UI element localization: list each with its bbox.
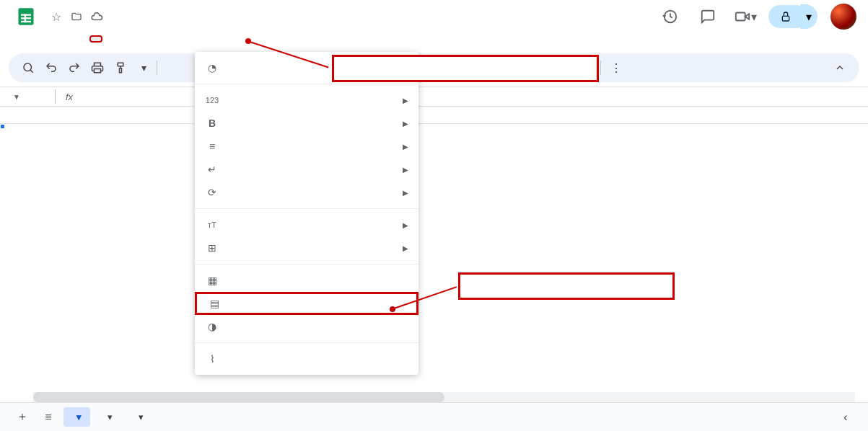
horizontal-scrollbar[interactable] <box>33 392 855 402</box>
wrap-icon: ↵ <box>205 164 219 175</box>
zoom-selector[interactable]: ▾ <box>133 62 152 74</box>
undo-icon[interactable] <box>40 57 62 79</box>
chevron-right-icon: ▶ <box>403 166 408 174</box>
dd-merge[interactable]: ⊞▶ <box>195 236 418 259</box>
sheet-tab-3[interactable]: ▾ <box>126 407 152 427</box>
redo-icon[interactable] <box>63 57 85 79</box>
sheet-tab-1[interactable]: ▾ <box>63 407 90 427</box>
menu-insert[interactable] <box>78 37 88 41</box>
theme-icon: ◔ <box>205 62 219 74</box>
meet-icon[interactable]: ▾ <box>731 2 760 31</box>
history-icon[interactable] <box>656 2 685 31</box>
dd-align[interactable]: ≡▶ <box>195 135 418 158</box>
svg-point-7 <box>24 63 32 71</box>
dd-rotate[interactable]: ⟳▶ <box>195 181 418 204</box>
chevron-right-icon: ▶ <box>403 97 408 105</box>
collapse-toolbar-icon[interactable] <box>829 57 851 79</box>
format-dropdown: ◔ 123▶ B▶ ≡▶ ↵▶ ⟳▶ тT▶ ⊞▶ ▦ ▤ ◑ ⌇ <box>195 52 418 375</box>
menu-help[interactable] <box>139 37 149 41</box>
chevron-right-icon: ▶ <box>403 244 408 252</box>
name-box[interactable]: ▼ <box>9 93 45 101</box>
star-icon[interactable]: ☆ <box>49 9 63 24</box>
annotation-2 <box>458 272 675 300</box>
dd-number[interactable]: 123▶ <box>195 89 418 112</box>
svg-rect-4 <box>25 14 26 23</box>
menu-tools[interactable] <box>115 37 126 41</box>
menu-format[interactable] <box>89 35 102 43</box>
fontsize-icon: тT <box>205 221 219 229</box>
chevron-right-icon: ▶ <box>403 143 408 151</box>
avatar[interactable] <box>830 4 856 30</box>
move-icon[interactable] <box>69 9 84 24</box>
comment-icon[interactable] <box>693 2 722 31</box>
dd-fontsize[interactable]: тT▶ <box>195 213 418 236</box>
chevron-right-icon: ▶ <box>403 189 408 197</box>
all-sheets-icon[interactable]: ≡ <box>38 406 59 428</box>
search-icon[interactable] <box>17 57 39 79</box>
number-icon: 123 <box>205 96 219 105</box>
titlebar: ☆ ▾ ▾ <box>0 0 868 29</box>
cloud-icon[interactable] <box>89 9 104 24</box>
print-icon[interactable] <box>87 57 108 79</box>
dd-wrap[interactable]: ↵▶ <box>195 158 418 181</box>
dd-clear[interactable]: ⌇ <box>195 347 418 370</box>
spreadsheet-grid[interactable] <box>0 107 868 124</box>
annotation-1 <box>332 55 599 82</box>
explore-chevron-icon[interactable]: ‹ <box>835 406 856 428</box>
more-icon[interactable]: ⋮ <box>605 57 627 79</box>
svg-rect-6 <box>782 16 789 21</box>
svg-rect-8 <box>95 69 101 73</box>
dd-conditional-format[interactable]: ▤ <box>195 292 418 315</box>
sheet-tabs-bar: ＋ ≡ ▾ ▾ ▾ ‹ <box>0 402 868 431</box>
paint-format-icon[interactable] <box>110 57 131 79</box>
merge-cells-icon: ⊞ <box>205 242 219 254</box>
formula-bar: ▼ fx <box>0 86 868 107</box>
altcolor-icon: ◑ <box>205 321 219 332</box>
clear-format-icon: ⌇ <box>205 353 219 365</box>
svg-rect-5 <box>736 13 745 21</box>
fx-icon: fx <box>66 92 73 102</box>
conditional-icon: ▤ <box>207 298 222 309</box>
rotate-icon: ⟳ <box>205 187 219 198</box>
dd-text[interactable]: B▶ <box>195 112 418 135</box>
chevron-right-icon: ▶ <box>403 120 408 128</box>
menu-data[interactable] <box>104 37 114 41</box>
menu-view[interactable] <box>66 37 76 41</box>
menu-extensions[interactable] <box>127 37 137 41</box>
menu-edit[interactable] <box>55 37 65 41</box>
chevron-right-icon: ▶ <box>403 221 408 229</box>
menu-file[interactable] <box>43 37 53 41</box>
sheets-logo[interactable] <box>12 2 40 31</box>
bold-icon: B <box>205 117 219 129</box>
dd-table[interactable]: ▦ <box>195 269 418 292</box>
menubar <box>0 29 868 49</box>
sheet-tab-2[interactable]: ▾ <box>95 407 121 427</box>
table-icon: ▦ <box>205 275 219 286</box>
share-dropdown-icon[interactable]: ▾ <box>800 4 817 29</box>
dd-altcolor[interactable]: ◑ <box>195 315 418 338</box>
add-sheet-icon[interactable]: ＋ <box>12 406 33 428</box>
align-icon: ≡ <box>205 141 219 152</box>
